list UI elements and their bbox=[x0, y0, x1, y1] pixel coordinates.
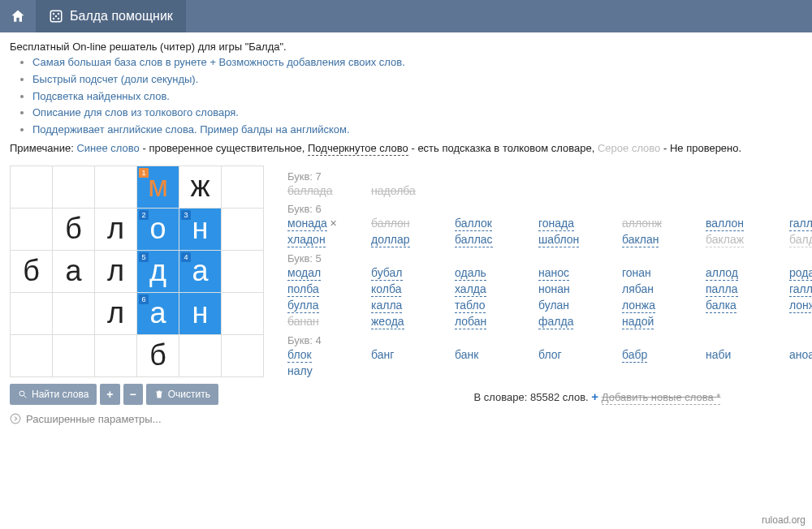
grid-cell[interactable]: а4 bbox=[179, 250, 222, 292]
grid-cell[interactable] bbox=[222, 208, 264, 250]
word[interactable]: галлон bbox=[789, 217, 812, 231]
add-words-link[interactable]: Добавить новые слова * bbox=[602, 391, 721, 405]
grid-cell[interactable] bbox=[222, 292, 264, 334]
word[interactable]: баллада bbox=[287, 184, 333, 198]
word[interactable]: лонжа bbox=[622, 299, 655, 313]
word[interactable]: надолба bbox=[371, 184, 416, 198]
grid-cell[interactable] bbox=[11, 292, 53, 334]
word[interactable]: балка bbox=[706, 299, 736, 313]
find-words-button[interactable]: Найти слова bbox=[10, 384, 97, 405]
app-header: Балда помощник bbox=[0, 0, 812, 32]
word[interactable]: шаблон bbox=[538, 233, 579, 247]
grid-cell[interactable] bbox=[95, 334, 137, 376]
grid-cell[interactable] bbox=[53, 334, 95, 376]
word[interactable]: галла bbox=[789, 282, 812, 297]
game-grid[interactable]: м1жбло2н3балд5а4ла6нб bbox=[10, 166, 264, 377]
word[interactable]: бабр bbox=[622, 348, 647, 363]
word[interactable]: модал bbox=[287, 266, 321, 281]
word[interactable]: налу bbox=[287, 364, 313, 378]
grid-cell[interactable]: д5 bbox=[137, 250, 179, 292]
word-cell: гонан bbox=[622, 266, 699, 281]
word[interactable]: баллок bbox=[455, 217, 492, 231]
word[interactable]: баллас bbox=[455, 233, 493, 247]
grid-minus-button[interactable]: − bbox=[123, 384, 143, 405]
word[interactable]: гонада bbox=[538, 217, 574, 231]
word[interactable]: булан bbox=[538, 299, 569, 312]
word[interactable]: табло bbox=[455, 299, 486, 313]
grid-cell[interactable]: а bbox=[53, 250, 95, 292]
word[interactable]: лобан bbox=[455, 315, 486, 329]
word[interactable]: хладон bbox=[287, 233, 326, 247]
word[interactable]: аллонж bbox=[622, 217, 662, 230]
grid-cell[interactable]: а6 bbox=[137, 292, 179, 334]
grid-cell[interactable]: о2 bbox=[137, 208, 179, 250]
word[interactable]: аллод bbox=[706, 266, 738, 281]
word[interactable]: аноа bbox=[789, 348, 812, 362]
grid-cell[interactable]: л bbox=[95, 250, 137, 292]
word[interactable]: доллар bbox=[371, 233, 410, 247]
grid-cell[interactable]: н bbox=[179, 292, 222, 334]
word-row: монада✕баллонбаллокгонадааллонжваллонгал… bbox=[287, 217, 812, 231]
grid-cell[interactable]: л bbox=[95, 292, 137, 334]
word[interactable]: родан bbox=[789, 266, 812, 281]
word[interactable]: жеода bbox=[371, 315, 404, 329]
grid-cell[interactable]: н3 bbox=[179, 208, 222, 250]
grid-cell[interactable]: л bbox=[95, 208, 137, 250]
grid-cell[interactable] bbox=[222, 250, 264, 292]
word[interactable]: надой bbox=[622, 315, 654, 329]
grid-cell[interactable] bbox=[11, 334, 53, 376]
word[interactable]: фалда bbox=[538, 315, 573, 329]
word-cell: доллар bbox=[371, 233, 448, 247]
word[interactable]: гонан bbox=[622, 266, 651, 280]
word-cell: модал bbox=[287, 266, 365, 281]
remove-word-icon[interactable]: ✕ bbox=[330, 218, 337, 229]
grid-cell[interactable]: б bbox=[137, 334, 179, 376]
grid-cell[interactable] bbox=[179, 334, 222, 376]
word[interactable]: лонжа bbox=[789, 299, 812, 313]
svg-point-3 bbox=[55, 15, 57, 17]
word-cell: блок bbox=[287, 348, 365, 363]
word[interactable]: полба bbox=[287, 282, 319, 297]
grid-cell[interactable] bbox=[11, 208, 53, 250]
word-cell: лябан bbox=[622, 282, 699, 297]
grid-cell[interactable]: б bbox=[53, 208, 95, 250]
grid-cell[interactable] bbox=[53, 166, 95, 208]
word[interactable]: баллон bbox=[371, 217, 410, 230]
word[interactable]: наби bbox=[706, 348, 731, 362]
word[interactable]: нонан bbox=[538, 282, 570, 296]
grid-cell[interactable] bbox=[222, 166, 264, 208]
word[interactable]: халда bbox=[455, 282, 486, 297]
word[interactable]: бубал bbox=[371, 266, 403, 281]
word[interactable]: колба bbox=[371, 282, 401, 297]
grid-cell[interactable] bbox=[11, 166, 53, 208]
grid-plus-button[interactable]: + bbox=[100, 384, 119, 405]
clear-button[interactable]: Очистить bbox=[146, 384, 218, 405]
word[interactable]: лябан bbox=[622, 282, 654, 296]
grid-cell[interactable] bbox=[222, 334, 264, 376]
word[interactable]: баклан bbox=[622, 233, 659, 247]
grid-cell[interactable]: м1 bbox=[137, 166, 179, 208]
word[interactable]: нанос bbox=[538, 266, 569, 281]
english-example-link[interactable]: Пример балды на английском bbox=[200, 123, 347, 135]
word[interactable]: банан bbox=[287, 315, 319, 329]
grid-cell[interactable]: б bbox=[11, 250, 53, 292]
grid-cell[interactable]: ж bbox=[179, 166, 222, 208]
word[interactable]: блок bbox=[287, 348, 312, 363]
word[interactable]: банк bbox=[455, 348, 478, 362]
word[interactable]: балдан bbox=[789, 233, 812, 247]
word[interactable]: палла bbox=[706, 282, 738, 297]
grid-cell[interactable] bbox=[95, 166, 137, 208]
word[interactable]: монада bbox=[287, 217, 327, 231]
grid-cell-tag: 5 bbox=[139, 252, 149, 262]
word[interactable]: валлон bbox=[706, 217, 744, 231]
grid-cell[interactable] bbox=[53, 292, 95, 334]
word[interactable]: банг bbox=[371, 348, 394, 362]
home-button[interactable] bbox=[0, 0, 36, 32]
advanced-params-toggle[interactable]: Расширенные параметры... bbox=[10, 413, 270, 425]
word-row: буллакаллатаблобуланлонжабалкалонжа bbox=[287, 299, 812, 313]
word[interactable]: одаль bbox=[455, 266, 486, 281]
word[interactable]: баклаж bbox=[706, 233, 744, 247]
word[interactable]: калла bbox=[371, 299, 402, 313]
word[interactable]: блог bbox=[538, 348, 562, 362]
word[interactable]: булла bbox=[287, 299, 319, 313]
